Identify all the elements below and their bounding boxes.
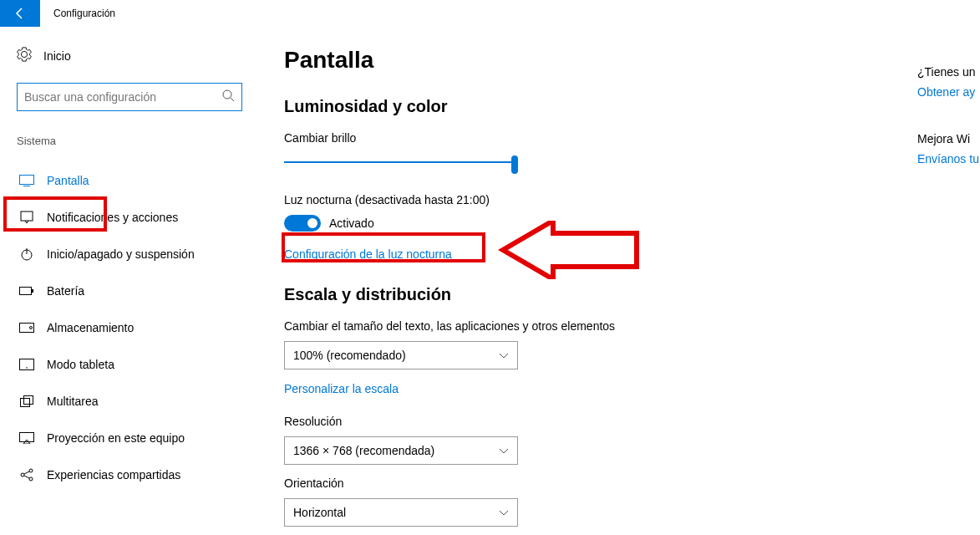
sidebar-item-label: Proyección en este equipo (47, 431, 185, 445)
notifications-icon (18, 211, 35, 224)
svg-rect-9 (20, 324, 34, 333)
orientation-value: Horizontal (293, 506, 346, 519)
nightlight-settings-link[interactable]: Configuración de la luz nocturna (284, 247, 452, 261)
toggle-state-label: Activado (329, 217, 374, 230)
sidebar-item-almacenamiento[interactable]: Almacenamiento (17, 309, 259, 346)
svg-line-1 (231, 98, 234, 101)
tablet-icon (18, 359, 35, 370)
power-icon (18, 247, 35, 261)
svg-point-18 (29, 477, 33, 481)
svg-rect-2 (20, 176, 34, 185)
custom-scale-link[interactable]: Personalizar la escala (284, 382, 399, 395)
page-title: Pantalla (284, 47, 980, 74)
search-box[interactable] (17, 83, 242, 111)
content: Pantalla Luminosidad y color Cambiar bri… (259, 27, 980, 535)
sidebar-item-label: Batería (47, 284, 84, 298)
chevron-down-icon (499, 506, 509, 519)
svg-rect-8 (32, 289, 33, 293)
sidebar-category: Sistema (17, 135, 259, 147)
sidebar-item-inicio-apagado[interactable]: Inicio/apagado y suspensión (17, 236, 259, 273)
scale-value: 100% (recomendado) (293, 349, 406, 362)
svg-line-19 (24, 471, 29, 474)
search-icon (221, 89, 235, 105)
resolution-select[interactable]: 1366 × 768 (recomendada) (284, 436, 518, 465)
back-button[interactable] (0, 0, 40, 27)
section-luminosidad: Luminosidad y color (284, 97, 980, 116)
aside-improve: Mejora Wi (917, 132, 980, 145)
toggle-knob (307, 218, 317, 228)
scale-label: Cambiar el tamaño del texto, las aplicac… (284, 319, 980, 333)
sidebar-item-label: Almacenamiento (47, 321, 134, 334)
scale-select[interactable]: 100% (recomendado) (284, 341, 518, 369)
sidebar-item-label: Experiencias compartidas (47, 468, 180, 482)
search-input[interactable] (24, 90, 221, 104)
svg-rect-13 (21, 399, 30, 407)
battery-icon (18, 286, 35, 296)
section-escala: Escala y distribución (284, 285, 980, 304)
resolution-label: Resolución (284, 415, 980, 428)
orientation-label: Orientación (284, 476, 980, 490)
chevron-down-icon (499, 349, 509, 362)
brightness-slider[interactable] (284, 153, 518, 173)
sidebar-item-label: Modo tableta (47, 358, 114, 371)
slider-track (284, 161, 518, 163)
svg-point-17 (29, 469, 33, 472)
nightlight-label: Luz nocturna (desactivada hasta 21:00) (284, 193, 980, 206)
svg-point-16 (21, 473, 24, 476)
svg-rect-15 (20, 433, 34, 442)
home-link[interactable]: Inicio (17, 47, 259, 64)
app-title: Configuración (40, 8, 115, 19)
share-icon (18, 468, 35, 482)
sidebar-item-multitarea[interactable]: Multitarea (17, 383, 259, 420)
storage-icon (18, 323, 35, 333)
get-help-link[interactable]: Obtener ay (917, 85, 980, 99)
sidebar-item-experiencias[interactable]: Experiencias compartidas (17, 456, 259, 493)
sidebar: Inicio Sistema Pantalla Notificaciones y… (0, 27, 259, 535)
brightness-label: Cambiar brillo (284, 131, 980, 145)
svg-line-20 (24, 476, 29, 478)
sidebar-item-proyeccion[interactable]: Proyección en este equipo (17, 420, 259, 456)
sidebar-item-label: Inicio/apagado y suspensión (47, 247, 195, 261)
aside-question: ¿Tienes un (917, 65, 980, 79)
svg-rect-4 (21, 211, 33, 221)
display-icon (18, 175, 35, 186)
chevron-down-icon (499, 444, 509, 457)
svg-rect-14 (24, 396, 33, 405)
titlebar: Configuración (0, 0, 980, 27)
gear-icon (17, 47, 32, 64)
home-label: Inicio (43, 49, 71, 63)
svg-point-0 (223, 90, 231, 99)
svg-point-12 (26, 367, 28, 369)
feedback-link[interactable]: Envíanos tu (917, 152, 980, 166)
resolution-value: 1366 × 768 (recomendada) (293, 444, 434, 457)
svg-rect-7 (20, 288, 32, 295)
multitask-icon (18, 395, 35, 407)
svg-point-10 (30, 327, 33, 329)
sidebar-item-label: Notificaciones y acciones (47, 211, 178, 224)
sidebar-item-notificaciones[interactable]: Notificaciones y acciones (17, 199, 259, 236)
sidebar-item-label: Pantalla (47, 174, 89, 187)
arrow-left-icon (12, 5, 28, 22)
slider-thumb[interactable] (511, 155, 518, 174)
sidebar-item-pantalla[interactable]: Pantalla (17, 162, 259, 199)
project-icon (18, 432, 35, 444)
orientation-select[interactable]: Horizontal (284, 498, 518, 527)
aside-panel: ¿Tienes un Obtener ay Mejora Wi Envíanos… (917, 65, 980, 199)
sidebar-item-label: Multitarea (47, 395, 98, 408)
sidebar-item-tableta[interactable]: Modo tableta (17, 346, 259, 383)
nightlight-toggle[interactable] (284, 215, 321, 232)
sidebar-item-bateria[interactable]: Batería (17, 273, 259, 309)
